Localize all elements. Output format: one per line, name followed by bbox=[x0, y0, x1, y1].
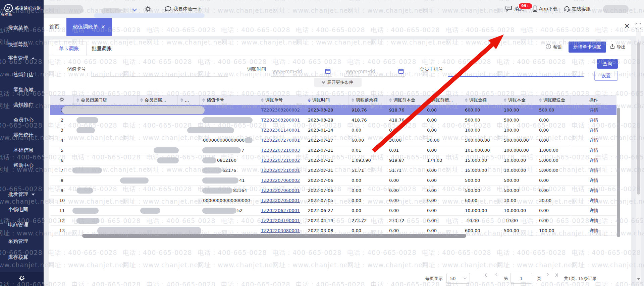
search-button[interactable]: 查询 bbox=[597, 59, 618, 69]
table-row-10[interactable]: 1000000000000000000TZ2022070500012022-07… bbox=[50, 196, 616, 206]
sidebar-settings-button[interactable] bbox=[0, 272, 44, 286]
member-phone-input[interactable] bbox=[448, 66, 584, 77]
card-no-input[interactable] bbox=[91, 66, 228, 77]
page-scrollbar-thumb[interactable] bbox=[637, 42, 640, 195]
sidebar-item-6[interactable]: 营销推广 bbox=[13, 102, 34, 108]
calendar-icon[interactable] bbox=[325, 68, 331, 75]
column-header-pre_gift[interactable]: 调账前赠... bbox=[424, 95, 462, 105]
table-row-7[interactable]: 762176TZ2022072100012022-07-2151.7151.71… bbox=[50, 165, 616, 175]
column-header-card[interactable]: 储值卡号 bbox=[200, 95, 258, 105]
column-header-doc[interactable]: 调账单号 bbox=[258, 95, 305, 105]
adjustment-doc-link[interactable]: TZ202207210003 bbox=[261, 148, 300, 153]
table-row-11[interactable]: 1152TZ2022062700012022-06-270.000.000.00… bbox=[50, 206, 616, 216]
help-button[interactable]: ? 帮助 bbox=[546, 44, 562, 50]
table-row-6[interactable]: 60812160TZ2022072100022022-07-211,093.90… bbox=[50, 155, 616, 165]
first-page-button[interactable] bbox=[485, 273, 488, 277]
add-adjustment-button[interactable]: 新增单卡调账 bbox=[569, 42, 606, 53]
detail-link[interactable]: 详情 bbox=[590, 127, 598, 133]
sidebar-item-4[interactable]: 智慧门店 bbox=[13, 72, 34, 78]
page-scrollbar[interactable] bbox=[636, 31, 641, 286]
detail-link[interactable]: 详情 bbox=[590, 117, 598, 123]
sidebar-item-11[interactable]: 批发管理 bbox=[8, 191, 35, 198]
settings-button[interactable]: 设置 bbox=[594, 71, 618, 81]
detail-link[interactable]: 详情 bbox=[590, 188, 598, 194]
table-row-9[interactable]: 983164TZ2022070600012022-07-060.000.000.… bbox=[50, 186, 616, 196]
table-row-4[interactable]: 4000000000000000TZ2022072700012022-07-27… bbox=[50, 135, 616, 145]
column-header-pre_principal[interactable]: 调账前本金 bbox=[386, 95, 424, 105]
tab-stored-value-adjustment[interactable]: 储值调账单 × bbox=[66, 18, 112, 36]
horizontal-scrollbar[interactable] bbox=[82, 234, 466, 238]
adjustment-doc-link[interactable]: TZ202303280002 bbox=[261, 108, 300, 113]
sort-icon[interactable] bbox=[539, 98, 542, 102]
detail-link[interactable]: 详情 bbox=[590, 137, 598, 143]
sidebar-item-7[interactable]: 会员中心 bbox=[13, 117, 34, 123]
sidebar-item-10[interactable]: 帮助中心 bbox=[13, 162, 34, 168]
adjustment-doc-link[interactable]: TZ202204190001 bbox=[261, 218, 300, 223]
sidebar-item-9[interactable]: 基础信息 bbox=[13, 147, 34, 153]
detail-link[interactable]: 详情 bbox=[590, 147, 598, 153]
expand-more-button[interactable]: 展开更多条件 bbox=[314, 78, 362, 87]
calendar-icon[interactable] bbox=[398, 68, 404, 75]
app-download-button[interactable]: App下载 bbox=[533, 0, 557, 18]
column-header-gift[interactable]: 调账赠送金 bbox=[536, 95, 571, 105]
sidebar-item-3[interactable]: 零售管理 bbox=[8, 55, 35, 61]
adjustment-doc-link[interactable]: TZ202301140001 bbox=[261, 128, 300, 133]
sort-icon[interactable] bbox=[140, 98, 143, 102]
detail-link[interactable]: 详情 bbox=[590, 228, 598, 234]
sidebar-item-15[interactable]: 库存核算 bbox=[8, 254, 28, 261]
adjustment-doc-link[interactable]: TZ202207060001 bbox=[261, 188, 300, 193]
sort-icon[interactable] bbox=[352, 98, 354, 102]
sort-icon[interactable] bbox=[261, 98, 264, 102]
gear-icon[interactable] bbox=[144, 5, 151, 14]
sort-icon[interactable] bbox=[308, 98, 311, 102]
detail-link[interactable]: 详情 bbox=[590, 198, 598, 204]
detail-link[interactable]: 详情 bbox=[590, 167, 598, 173]
table-row-8[interactable]: 841TZ2022070600022022-07-060.000.000.005… bbox=[50, 175, 616, 186]
table-row-5[interactable]: 57TZ2022072100032022-07-210.010.010.0010… bbox=[50, 145, 616, 155]
detail-link[interactable]: 详情 bbox=[590, 208, 598, 214]
sort-icon[interactable] bbox=[202, 98, 205, 102]
adjustment-doc-link[interactable]: TZ202206270001 bbox=[261, 208, 300, 213]
column-header-store[interactable]: 会员归属门店 bbox=[74, 95, 138, 105]
sidebar-item-14[interactable]: 采购管理 bbox=[8, 238, 28, 244]
detail-link[interactable]: 详情 bbox=[590, 218, 598, 224]
date-to-input[interactable]: yyyy-mm-dd bbox=[344, 66, 405, 77]
subtab-single-card[interactable]: 单卡调账 bbox=[51, 42, 87, 56]
detail-link[interactable]: 详情 bbox=[590, 177, 598, 184]
last-page-button[interactable] bbox=[554, 273, 557, 277]
tab-close-icon[interactable]: × bbox=[101, 24, 105, 29]
export-button[interactable]: 导出 bbox=[610, 44, 626, 50]
sort-icon[interactable] bbox=[180, 98, 183, 102]
gear-icon[interactable] bbox=[59, 97, 64, 103]
column-header-member[interactable]: 会员归属... bbox=[138, 95, 178, 105]
column-header-pre_balance[interactable]: 调账前余额 bbox=[349, 95, 386, 105]
sidebar-item-12[interactable]: 小畅电商 bbox=[8, 206, 28, 213]
sidebar-item-5[interactable]: 零售商城 bbox=[13, 87, 34, 93]
adjustment-doc-link[interactable]: TZ202207210002 bbox=[261, 158, 300, 163]
adjustment-doc-link[interactable]: TZ202207050001 bbox=[261, 198, 300, 203]
scrollbar-down-arrow[interactable] bbox=[637, 278, 640, 280]
page-number-input[interactable]: 1 bbox=[510, 273, 532, 284]
sort-icon[interactable] bbox=[465, 98, 468, 102]
next-page-button[interactable] bbox=[546, 273, 548, 276]
per-page-select[interactable]: 50 bbox=[446, 273, 470, 284]
adjustment-doc-link[interactable]: TZ202207270001 bbox=[261, 138, 300, 143]
table-row-12[interactable]: 12TZ2022041900012022-04-19273.72273.720.… bbox=[50, 216, 616, 226]
detail-link[interactable]: 详情 bbox=[590, 157, 598, 163]
column-header-amount[interactable]: 调账金额 bbox=[462, 95, 501, 105]
fullscreen-icon[interactable] bbox=[636, 23, 641, 30]
adjustment-doc-link[interactable]: TZ202207210001 bbox=[261, 168, 300, 173]
adjustment-doc-link[interactable]: TZ202203080001 bbox=[261, 228, 300, 233]
sidebar-item-13[interactable]: 电商管理 bbox=[8, 222, 28, 228]
column-header-principal[interactable]: 调账本金 bbox=[501, 95, 536, 105]
column-header-date[interactable]: 调账时间 bbox=[305, 95, 349, 105]
adjustment-doc-link[interactable]: TZ202207060002 bbox=[261, 178, 300, 183]
sort-icon[interactable] bbox=[76, 98, 79, 102]
sort-icon[interactable] bbox=[504, 98, 506, 102]
table-vertical-scrollbar[interactable] bbox=[617, 108, 620, 237]
table-row-1[interactable]: 1TZ2023032800022023-03-28918.76918.760.0… bbox=[50, 105, 616, 115]
chevron-down-icon[interactable] bbox=[132, 7, 137, 11]
date-from-input[interactable]: yyyy-mm-dd bbox=[271, 66, 332, 77]
table-row-2[interactable]: 2TZ2023032800012023-03-28418.76418.760.0… bbox=[50, 115, 616, 125]
detail-link[interactable]: 详情 bbox=[590, 107, 598, 113]
